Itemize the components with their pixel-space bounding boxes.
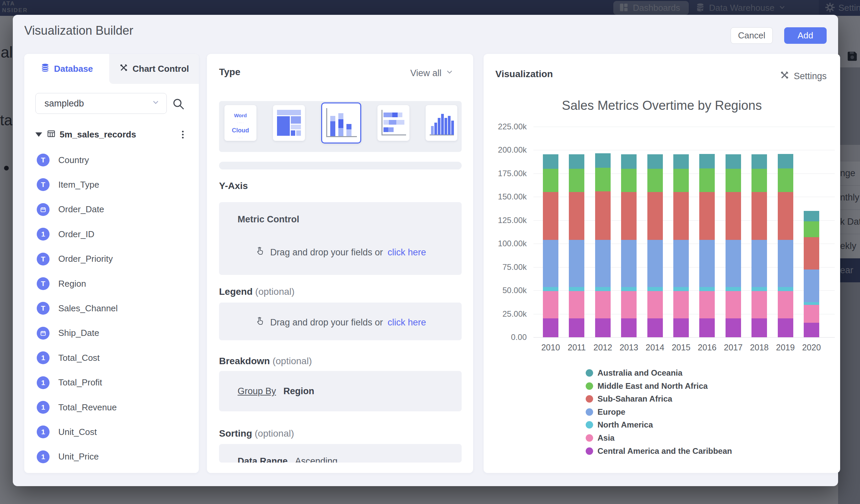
bar-segment[interactable] [621, 318, 636, 337]
bar-segment[interactable] [778, 192, 793, 240]
bar-segment[interactable] [673, 169, 689, 192]
chart-type-column[interactable] [426, 105, 457, 141]
bar-segment[interactable] [804, 221, 819, 237]
bar-segment[interactable] [778, 291, 793, 319]
bar-segment[interactable] [778, 318, 793, 337]
bar-segment[interactable] [647, 287, 663, 291]
breakdown-card[interactable]: Group By Region [219, 371, 462, 411]
bar-segment[interactable] [804, 270, 819, 302]
bar-segment[interactable] [699, 291, 715, 319]
bar-segment[interactable] [647, 240, 663, 287]
legend-item[interactable]: Middle East and North Africa [586, 380, 708, 392]
bar-segment[interactable] [595, 291, 611, 319]
field-row-total_profit[interactable]: 1Total_Profit [35, 371, 188, 395]
bar-segment[interactable] [699, 169, 715, 192]
bar-segment[interactable] [726, 291, 741, 319]
legend-item[interactable]: North America [586, 418, 653, 431]
field-row-country[interactable]: TCountry [35, 148, 188, 172]
bar-segment[interactable] [804, 211, 819, 221]
bar-segment[interactable] [726, 154, 741, 169]
field-row-total_revenue[interactable]: 1Total_Revenue [35, 395, 188, 419]
bar-segment[interactable] [595, 287, 611, 291]
bar-segment[interactable] [543, 287, 558, 291]
bar-segment[interactable] [699, 154, 715, 169]
bar-segment[interactable] [647, 318, 663, 337]
table-row[interactable]: 5m_sales_records [35, 129, 188, 140]
field-row-unit_cost[interactable]: 1Unit_Cost [35, 420, 188, 444]
bar-segment[interactable] [751, 291, 767, 319]
field-row-sales_channel[interactable]: TSales_Channel [35, 296, 188, 320]
bar-segment[interactable] [543, 154, 558, 169]
bar-segment[interactable] [647, 154, 663, 169]
bar-segment[interactable] [751, 169, 767, 192]
field-row-region[interactable]: TRegion [35, 272, 188, 296]
legend-item[interactable]: Australia and Oceania [586, 366, 683, 379]
bar-segment[interactable] [595, 168, 611, 191]
bar-segment[interactable] [569, 169, 584, 192]
bar-segment[interactable] [804, 237, 819, 270]
bar-segment[interactable] [751, 318, 767, 337]
bar-segment[interactable] [699, 240, 715, 287]
bar-segment[interactable] [569, 240, 584, 287]
bar-segment[interactable] [778, 240, 793, 287]
bar-segment[interactable] [543, 291, 558, 319]
field-row-order_priority[interactable]: TOrder_Priority [35, 247, 188, 271]
bar-segment[interactable] [751, 192, 767, 240]
bar-segment[interactable] [621, 192, 636, 240]
bar-segment[interactable] [569, 287, 584, 291]
field-row-ship_date[interactable]: Ship_Date [35, 321, 188, 345]
bar-segment[interactable] [595, 191, 611, 240]
legend-item[interactable]: Central America and the Caribbean [586, 445, 732, 458]
bar-segment[interactable] [569, 318, 584, 337]
bar-segment[interactable] [621, 240, 636, 287]
bar-segment[interactable] [543, 169, 558, 192]
chart-type-stacked-column[interactable] [321, 102, 361, 144]
bar-segment[interactable] [699, 287, 715, 291]
bar-segment[interactable] [778, 287, 793, 291]
chart-type-treemap[interactable] [273, 105, 305, 141]
field-row-order_date[interactable]: Order_Date [35, 198, 188, 222]
bar-segment[interactable] [647, 192, 663, 240]
bar-segment[interactable] [804, 302, 819, 305]
settings-button[interactable]: Settings [779, 70, 827, 83]
field-row-item_type[interactable]: TItem_Type [35, 172, 188, 197]
bar-segment[interactable] [726, 169, 741, 192]
view-all-dropdown[interactable]: View all [410, 68, 454, 78]
bar-segment[interactable] [751, 240, 767, 287]
bar-segment[interactable] [621, 169, 636, 192]
bar-segment[interactable] [778, 169, 793, 192]
bar-segment[interactable] [699, 192, 715, 240]
cancel-button[interactable]: Cancel [731, 27, 773, 44]
bar-segment[interactable] [673, 154, 689, 169]
field-row-unit_price[interactable]: 1Unit_Price [35, 445, 188, 469]
tab-chart-control[interactable]: Chart Control [109, 54, 199, 84]
legend-item[interactable]: Sub-Saharan Africa [586, 392, 672, 405]
bar-segment[interactable] [569, 192, 584, 240]
bar-segment[interactable] [595, 153, 611, 168]
chart-type-word-cloud[interactable]: Word· ···· ·Cloud··· ·· [225, 105, 256, 141]
bar-segment[interactable] [621, 154, 636, 169]
bar-segment[interactable] [726, 318, 741, 337]
bar-segment[interactable] [647, 291, 663, 319]
bar-segment[interactable] [804, 323, 819, 337]
bar-segment[interactable] [804, 305, 819, 323]
bar-segment[interactable] [647, 169, 663, 192]
bar-segment[interactable] [699, 318, 715, 337]
chart-type-stacked-bar[interactable] [377, 105, 410, 141]
bar-segment[interactable] [673, 240, 689, 287]
bar-segment[interactable] [673, 192, 689, 240]
datasource-select[interactable]: sampledb [35, 93, 167, 114]
bar-segment[interactable] [726, 192, 741, 240]
type-scrollbar[interactable] [219, 162, 462, 170]
legend-item[interactable]: Asia [586, 432, 615, 444]
bar-segment[interactable] [543, 240, 558, 287]
tab-database[interactable]: Database [24, 54, 109, 84]
bar-segment[interactable] [726, 240, 741, 287]
bar-segment[interactable] [621, 287, 636, 291]
bar-segment[interactable] [673, 318, 689, 337]
bar-segment[interactable] [751, 154, 767, 169]
legend-dropzone[interactable]: Drag and drop your fields or click here [219, 303, 462, 340]
bar-segment[interactable] [569, 291, 584, 319]
bar-segment[interactable] [673, 291, 689, 319]
field-row-order_id[interactable]: 1Order_ID [35, 222, 188, 246]
